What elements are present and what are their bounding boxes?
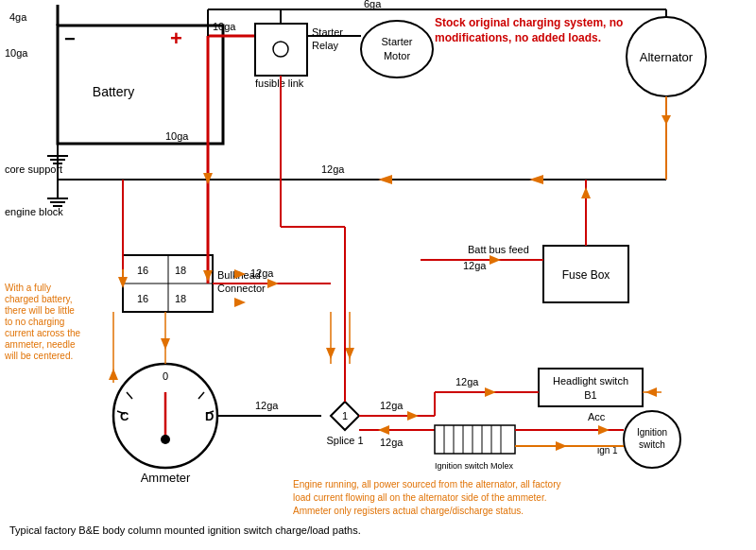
note2-line3: Ammeter only registers actual charge/dis… [293,506,524,516]
bh-bot-arrow [234,298,246,307]
ammeter-c: C [120,409,129,423]
wire-10ga-top: 10ga [213,21,236,32]
footer-text: Typical factory B&E body column mounted … [9,524,361,536]
starter-motor-label1: Starter [381,36,412,47]
pin-18-top: 18 [175,265,186,276]
ignition-molex-box [435,425,515,454]
note1-line4: to no charging [5,317,64,327]
pin-16-top: 16 [137,265,148,276]
wire-10ga-down: 10ga [165,130,189,142]
wire-12ga-sp2: 12ga [380,437,404,448]
battery-neg-symbol: − [64,28,76,49]
core-support-label: core support [5,163,62,175]
battery-pos-symbol: + [170,26,182,50]
engine-block-label: engine block [5,206,63,217]
ign-acc-arrow [598,425,610,435]
ammeter-pivot [161,435,170,444]
note1-line2: charged battery, [5,294,73,304]
bh-wire-arrow [267,279,279,288]
splice1-label: Splice 1 [326,435,363,446]
headlight-label2: B1 [584,389,596,401]
wire-12ga-bh: 12ga [250,267,274,279]
ammeter-d: D [205,409,214,423]
note1-line6: ammeter, needle [5,339,76,350]
ammeter-zero: 0 [163,370,168,382]
ignition-molex-label: Ignition switch Molex [435,461,514,471]
wire-4ga-label: 4ga [9,11,27,23]
headlight-label1: Headlight switch [553,375,628,387]
pin-16-bot: 16 [137,293,148,304]
acc-label: Acc [588,411,606,422]
alternator-label: Alternator [640,50,694,64]
fuse-box-label: Fuse Box [562,268,610,282]
diagram-container: − + Battery 4ga core support 10ga engine… [0,0,756,550]
pin-18-bot: 18 [175,293,186,304]
note1-line7: will be centered. [4,351,73,361]
starter-relay-label2: Relay [312,40,339,51]
starter-motor-outline [361,21,433,77]
main-wire-arrow2 [529,175,543,184]
battery-outline [58,26,223,144]
main-wire-arrow1 [378,175,392,184]
battery-label: Battery [93,84,134,99]
wire-10ga-left-label: 10ga [5,47,28,59]
headlight-wire-arrow [485,387,496,397]
note2-line1: Engine running, all power sourced from t… [293,479,561,490]
title-line1: Stock original charging system, no [435,16,623,29]
wire-12ga-main: 12ga [321,163,345,175]
wire-12ga-amm: 12ga [255,400,279,411]
splice-arrow-right [407,411,419,421]
ammeter-label: Ammeter [141,471,191,485]
headlight-box [539,369,643,406]
note1-line1: With a fully [5,283,51,293]
fuse-up-arrow [581,187,591,198]
ign1-arrow [556,441,567,451]
note1-line3: there will be little [5,305,75,316]
batt-bus-label: Batt bus feed [468,244,529,255]
wire-12ga-fuse: 12ga [463,260,487,271]
note1-line5: current across the [5,328,80,338]
ignition-label: Ignition [637,427,667,438]
wire-12ga-hl: 12ga [455,376,479,387]
starter-motor-label2: Motor [384,50,410,61]
splice-arrow-left [378,425,389,435]
fusible-link-label: fusible link [255,77,304,89]
wire-12ga-sp1: 12ga [380,400,404,411]
wire-6ga-label: 6ga [364,0,382,9]
title-line2: modifications, no added loads. [435,31,601,44]
starter-relay-box [255,24,307,76]
note2-line2: load current flowing all on the alternat… [293,492,546,503]
splice1-number: 1 [342,410,348,421]
fuse-wire-arrow [490,255,501,265]
ignition-label2: switch [639,439,665,450]
wiring-diagram: − + Battery 4ga core support 10ga engine… [0,0,756,550]
